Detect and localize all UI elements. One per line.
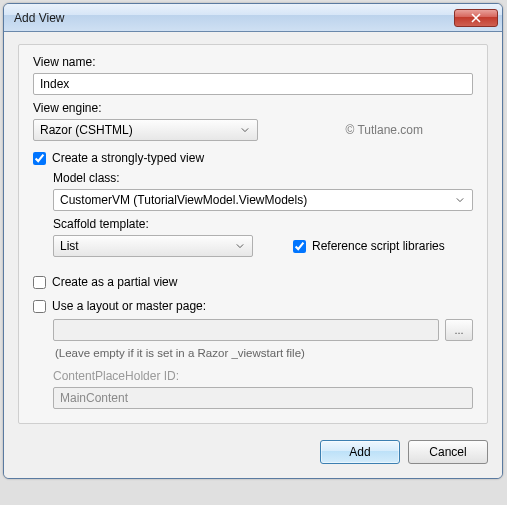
strongly-typed-label: Create a strongly-typed view [52,151,204,165]
browse-label: ... [454,324,463,336]
cph-input [53,387,473,409]
add-button[interactable]: Add [320,440,400,464]
strongly-typed-checkbox[interactable]: Create a strongly-typed view [33,151,473,165]
strongly-typed-input[interactable] [33,152,46,165]
model-class-select[interactable]: CustomerVM (TutorialViewModel.ViewModels… [53,189,473,211]
browse-button[interactable]: ... [445,319,473,341]
view-name-label: View name: [33,55,473,69]
partial-view-checkbox[interactable]: Create as a partial view [33,275,473,289]
scaffold-value: List [60,239,79,253]
use-layout-checkbox[interactable]: Use a layout or master page: [33,299,473,313]
ref-scripts-input[interactable] [293,240,306,253]
close-button[interactable] [454,9,498,27]
scaffold-label: Scaffold template: [53,217,473,231]
watermark: © Tutlane.com [345,123,423,137]
ref-scripts-label: Reference script libraries [312,239,445,253]
chevron-down-icon [237,122,253,138]
cph-label: ContentPlaceHolder ID: [53,369,473,383]
model-class-label: Model class: [53,171,473,185]
form-panel: View name: View engine: Razor (CSHTML) ©… [18,44,488,424]
button-row: Add Cancel [18,440,488,464]
layout-hint: (Leave empty if it is set in a Razor _vi… [55,347,473,359]
layout-path-input [53,319,439,341]
view-engine-label: View engine: [33,101,473,115]
close-icon [471,13,481,23]
add-view-dialog: Add View View name: View engine: Razor (… [3,3,503,479]
partial-view-input[interactable] [33,276,46,289]
chevron-down-icon [232,238,248,254]
window-title: Add View [14,11,454,25]
model-class-value: CustomerVM (TutorialViewModel.ViewModels… [60,193,307,207]
view-name-input[interactable] [33,73,473,95]
use-layout-input[interactable] [33,300,46,313]
scaffold-select[interactable]: List [53,235,253,257]
ref-scripts-checkbox[interactable]: Reference script libraries [293,239,445,253]
cancel-button[interactable]: Cancel [408,440,488,464]
view-engine-select[interactable]: Razor (CSHTML) [33,119,258,141]
partial-view-label: Create as a partial view [52,275,177,289]
use-layout-label: Use a layout or master page: [52,299,206,313]
chevron-down-icon [452,192,468,208]
view-engine-value: Razor (CSHTML) [40,123,133,137]
titlebar[interactable]: Add View [4,4,502,32]
